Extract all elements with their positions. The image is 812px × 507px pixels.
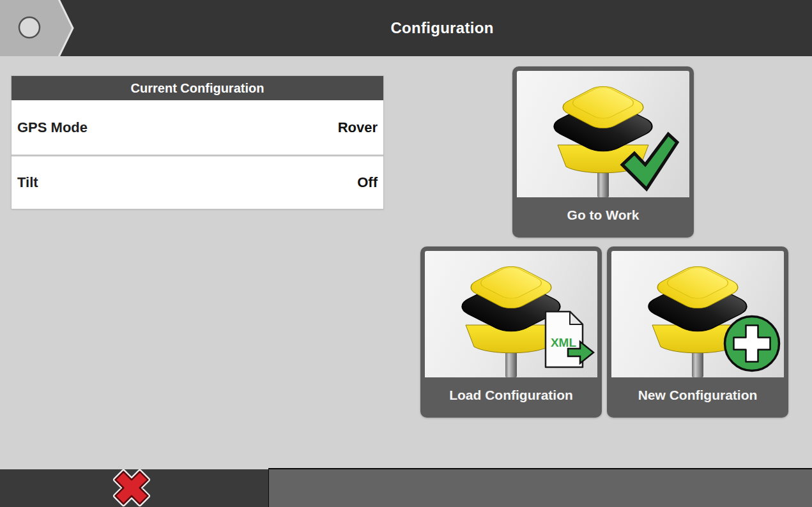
panel-title: Current Configuration (11, 76, 383, 100)
gps-mode-value: Rover (338, 119, 378, 136)
new-configuration-label: New Configuration (611, 377, 784, 413)
xml-badge-text: XML (551, 336, 577, 349)
go-to-work-image (517, 71, 689, 197)
red-x-icon (106, 462, 157, 507)
go-to-work-button[interactable]: Go to Work (512, 66, 694, 238)
bottom-bar-right (268, 468, 812, 507)
tilt-value: Off (357, 174, 378, 191)
go-to-work-label: Go to Work (517, 197, 689, 233)
xml-file-icon: XML (544, 310, 596, 370)
tilt-label: Tilt (17, 174, 38, 191)
page-title: Configuration (72, 0, 812, 56)
load-configuration-image: XML (425, 251, 597, 377)
checkmark-icon (616, 130, 681, 194)
cancel-button[interactable] (106, 462, 157, 507)
nav-hexagon-button[interactable] (0, 0, 80, 56)
load-configuration-button[interactable]: XML Load Configuration (420, 246, 602, 418)
new-configuration-button[interactable]: New Configuration (607, 246, 788, 418)
configuration-screen: Configuration Current Configuration GPS … (0, 0, 812, 507)
plus-circle-icon (721, 313, 783, 374)
load-configuration-label: Load Configuration (425, 377, 597, 413)
new-configuration-image (611, 251, 784, 377)
config-row-tilt: Tilt Off (11, 155, 383, 209)
current-configuration-panel: Current Configuration GPS Mode Rover Til… (11, 76, 383, 209)
status-circle-icon (19, 17, 40, 38)
top-bar: Configuration (0, 0, 812, 56)
config-row-gps-mode: GPS Mode Rover (11, 100, 383, 155)
gps-mode-label: GPS Mode (17, 119, 88, 136)
